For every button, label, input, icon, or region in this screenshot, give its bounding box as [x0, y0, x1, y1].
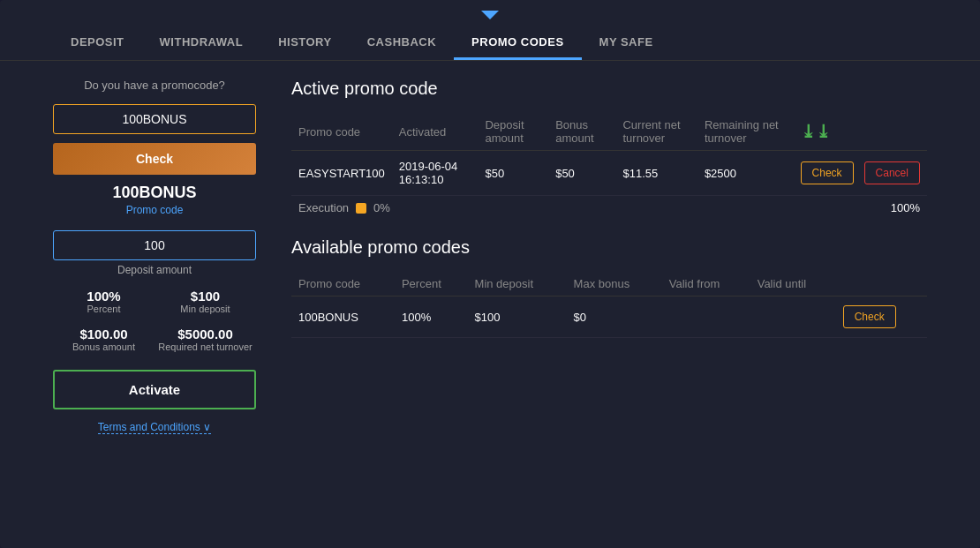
tab-deposit[interactable]: DEPOSIT [53, 26, 142, 60]
active-row-remaining-net: $2500 [697, 151, 794, 196]
tab-history[interactable]: HISTORY [260, 26, 350, 60]
avail-col-valid-until: Valid until [750, 272, 836, 297]
tab-promo-codes[interactable]: PROMO CODES [454, 26, 581, 60]
avail-row-max-bonus: $0 [567, 297, 662, 338]
avail-row-valid-until [750, 297, 836, 338]
available-promo-title: Available promo codes [291, 237, 927, 258]
terms-container: Terms and Conditions ∨ [53, 418, 256, 434]
avail-col-code: Promo code [291, 272, 395, 297]
avail-col-actions-header [836, 272, 927, 297]
top-chevron-area [0, 0, 980, 26]
active-row-actions: Check Cancel [794, 151, 927, 196]
nav-tabs: DEPOSIT WITHDRAWAL HISTORY CASHBACK PROM… [0, 26, 980, 61]
promo-code-input[interactable] [53, 104, 256, 134]
activate-button[interactable]: Activate [53, 370, 256, 409]
col-actions-header: ⤓⤓ [794, 113, 927, 151]
double-chevron-icon: ⤓⤓ [801, 122, 831, 141]
stat-bonus-amount: $100.00 Bonus amount [53, 327, 155, 352]
active-promo-row: EASYSTART100 2019-06-04 16:13:10 $50 $50… [291, 151, 927, 196]
active-row-bonus: $50 [548, 151, 615, 196]
tab-cashback[interactable]: CASHBACK [350, 26, 454, 60]
avail-row-code: 100BONUS [291, 297, 395, 338]
tab-withdrawal[interactable]: WITHDRAWAL [142, 26, 261, 60]
stat-bonus-label: Bonus amount [53, 342, 155, 352]
avail-col-max-bonus: Max bonus [567, 272, 662, 297]
tab-my-safe[interactable]: MY SAFE [582, 26, 671, 60]
col-remaining-net: Remaining net turnover [697, 113, 794, 151]
stats-row-1: 100% Percent $100 Min deposit [53, 289, 256, 314]
avail-row-percent: 100% [395, 297, 468, 338]
col-promo-code: Promo code [291, 113, 392, 151]
promo-code-label: Promo code [53, 204, 256, 216]
deposit-amount-label: Deposit amount [53, 264, 256, 276]
available-promo-table: Promo code Percent Min deposit Max bonus… [291, 272, 927, 338]
stat-min-deposit-value: $100 [155, 289, 256, 304]
stat-percent-label: Percent [53, 304, 155, 314]
promo-question-text: Do you have a promocode? [53, 79, 256, 92]
stat-min-deposit-label: Min deposit [155, 304, 256, 314]
right-panel: Active promo code Promo code Activated D… [291, 79, 927, 434]
promo-code-name: 100BONUS [53, 184, 256, 202]
avail-row-actions: Check [836, 297, 927, 338]
check-promo-button[interactable]: Check [53, 143, 256, 175]
execution-full: 100% [891, 201, 920, 214]
col-deposit-amount: Deposit amount [478, 113, 548, 151]
stat-bonus-value: $100.00 [53, 327, 155, 342]
active-row-deposit: $50 [478, 151, 548, 196]
active-row-code: EASYSTART100 [291, 151, 392, 196]
execution-percent: 0% [373, 201, 390, 214]
stat-turnover-label: Required net turnover [155, 342, 256, 352]
available-check-button[interactable]: Check [843, 305, 896, 328]
stats-row-2: $100.00 Bonus amount $5000.00 Required n… [53, 327, 256, 352]
col-activated: Activated [392, 113, 479, 151]
active-row-activated: 2019-06-04 16:13:10 [392, 151, 479, 196]
avail-row-valid-from [662, 297, 750, 338]
active-row-current-net: $11.55 [615, 151, 697, 196]
stat-turnover-value: $5000.00 [155, 327, 256, 342]
main-content: Do you have a promocode? Check 100BONUS … [0, 61, 980, 452]
active-promo-title: Active promo code [291, 79, 927, 99]
active-check-button[interactable]: Check [801, 161, 854, 184]
available-section: Available promo codes Promo code Percent… [291, 237, 927, 338]
stat-min-deposit: $100 Min deposit [155, 289, 256, 314]
terms-link[interactable]: Terms and Conditions ∨ [98, 421, 211, 434]
stat-required-turnover: $5000.00 Required net turnover [155, 327, 256, 352]
left-panel: Do you have a promocode? Check 100BONUS … [53, 79, 256, 434]
available-promo-row: 100BONUS 100% $100 $0 Check [291, 297, 927, 338]
active-cancel-button[interactable]: Cancel [864, 161, 920, 184]
main-container: DEPOSIT WITHDRAWAL HISTORY CASHBACK PROM… [0, 0, 980, 548]
chevron-down-icon [481, 11, 499, 19]
avail-col-valid-from: Valid from [662, 272, 750, 297]
active-promo-table: Promo code Activated Deposit amount Bonu… [291, 113, 927, 196]
execution-row: Execution 0% 100% [291, 196, 927, 220]
col-bonus-amount: Bonus amount [548, 113, 615, 151]
execution-bar [356, 203, 366, 214]
avail-col-percent: Percent [395, 272, 468, 297]
avail-col-min-deposit: Min deposit [468, 272, 567, 297]
execution-label: Execution [298, 201, 349, 214]
deposit-amount-input[interactable] [53, 230, 256, 260]
stat-percent-value: 100% [53, 289, 155, 304]
avail-row-min-deposit: $100 [468, 297, 567, 338]
col-current-net: Current net turnover [615, 113, 697, 151]
stat-percent: 100% Percent [53, 289, 155, 314]
